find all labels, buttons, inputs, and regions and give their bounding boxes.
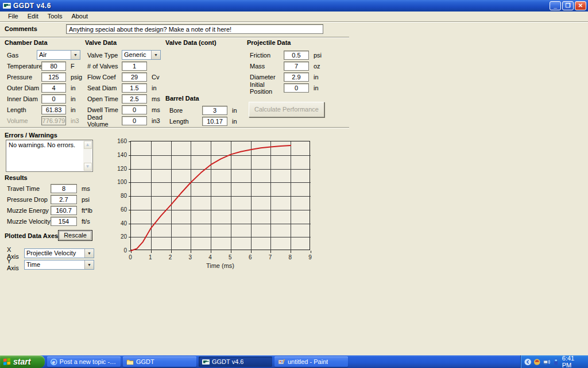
menu-bar: File Edit Tools About <box>0 12 588 21</box>
field-input[interactable]: 0.5 <box>284 51 309 60</box>
field-unit: psi <box>82 196 90 203</box>
errors-scrollbar[interactable]: ▲ ▼ <box>83 141 92 171</box>
chamber-field-row: Temperature80F <box>7 60 82 71</box>
x-tick-label: 9 <box>304 254 316 260</box>
scroll-up-icon[interactable]: ▲ <box>84 141 92 149</box>
projectile-data-header: Projectile Data <box>247 39 291 46</box>
field-input[interactable]: 61.83 <box>41 105 66 114</box>
x-tick <box>191 251 191 253</box>
rescale-button[interactable]: Rescale <box>58 230 92 241</box>
field-input[interactable]: 160.7 <box>51 206 77 215</box>
field-unit: oz <box>314 63 320 70</box>
menu-separator <box>0 21 588 22</box>
app-icon <box>202 358 210 366</box>
chamber-data-header: Chamber Data <box>5 39 48 46</box>
focus-rect <box>60 232 91 239</box>
field-label: Temperature <box>7 63 41 70</box>
taskbar-item-browser[interactable]: e Post a new topic - Wi... <box>47 356 121 367</box>
taskbar-item-ggdt[interactable]: GGDT v4.6 <box>199 356 272 367</box>
menu-tools[interactable]: Tools <box>43 12 67 21</box>
field-input[interactable]: 8 <box>51 184 77 193</box>
y-tick-label: 160 <box>112 138 127 144</box>
calculate-performance-button: Calculate Performance <box>249 102 324 117</box>
minimize-button[interactable]: _ <box>550 1 561 10</box>
field-input[interactable]: 80 <box>41 62 66 71</box>
field-input[interactable]: 2.5 <box>122 94 147 103</box>
field-unit: in3 <box>152 117 160 124</box>
plotted-data-axes-header: Plotted Data Axes <box>5 232 58 239</box>
field-input[interactable]: 3 <box>202 106 227 115</box>
field-unit: ft/s <box>82 218 90 225</box>
taskbar: start e Post a new topic - Wi... GGDT GG… <box>0 355 588 368</box>
y-tick-label: 100 <box>112 179 127 185</box>
restore-button[interactable]: ❐ <box>562 1 574 10</box>
menu-about[interactable]: About <box>67 12 92 21</box>
field-unit: in <box>232 118 237 125</box>
x-tick <box>211 251 211 253</box>
field-input[interactable]: 0 <box>41 94 66 103</box>
field-input[interactable]: 0 <box>284 83 309 93</box>
chevron-down-icon[interactable]: ▼ <box>84 260 94 269</box>
field-input[interactable]: 2.9 <box>284 72 309 82</box>
field-input[interactable]: 154 <box>51 217 77 226</box>
field-input[interactable]: 0 <box>122 116 147 125</box>
chamber-field-row: Pressure125psig <box>7 71 82 82</box>
valve-type-select[interactable]: Generic ▼ <box>122 50 161 60</box>
field-input[interactable]: 1.5 <box>122 83 147 93</box>
field-input[interactable]: 125 <box>41 72 66 82</box>
folder-icon <box>126 358 134 366</box>
paint-icon <box>278 358 285 366</box>
field-input[interactable]: 10.17 <box>202 117 227 126</box>
system-tray: 6:41 PM <box>520 355 588 368</box>
field-input[interactable]: 1 <box>122 62 147 71</box>
tray-app-icon[interactable] <box>552 358 559 366</box>
field-label: Outer Diam <box>7 85 41 91</box>
field-label: Flow Coef <box>87 74 122 80</box>
chevron-down-icon[interactable]: ▼ <box>71 51 80 59</box>
x-axis-select[interactable]: Projectile Velocity ▼ <box>24 248 94 258</box>
chamber-field-row: Inner Diam0in <box>7 93 82 104</box>
field-label: Pressure <box>7 74 41 80</box>
tray-network-icon[interactable] <box>543 358 550 366</box>
y-axis-select[interactable]: Time ▼ <box>24 260 94 270</box>
x-tick-label: 1 <box>145 254 156 260</box>
y-tick-label: 60 <box>112 206 127 213</box>
chevron-down-icon[interactable]: ▼ <box>151 51 160 59</box>
chart-plot-area <box>130 141 310 250</box>
chamber-field-row: Length61.83in <box>7 104 82 115</box>
x-tick-label: 3 <box>184 254 196 260</box>
field-label: Dead Volume <box>87 114 122 128</box>
result-field-row: Pressure Drop2.7psi <box>7 194 92 205</box>
errors-textarea[interactable]: No warnings. No errors. ▲ ▼ <box>6 140 93 172</box>
taskbar-item-paint[interactable]: untitled - Paint <box>274 356 348 367</box>
taskbar-item-folder[interactable]: GGDT <box>123 356 196 367</box>
field-input[interactable]: 2.7 <box>51 195 77 204</box>
tray-collapse-icon[interactable] <box>524 358 531 366</box>
comments-input[interactable]: Anything special about the design? Make … <box>66 24 323 34</box>
start-button[interactable]: start <box>0 355 45 368</box>
gas-select[interactable]: Air ▼ <box>37 50 80 60</box>
tray-shield-icon[interactable] <box>533 358 540 366</box>
field-input[interactable]: 29 <box>122 72 147 82</box>
velocity-curve <box>131 141 311 251</box>
field-input[interactable]: 4 <box>41 83 66 93</box>
scroll-down-icon[interactable]: ▼ <box>84 163 92 171</box>
x-tick-label: 6 <box>245 254 256 260</box>
x-tick <box>311 251 311 253</box>
y-axis-row: Y Axis Time ▼ <box>7 258 94 271</box>
gas-label: Gas <box>7 52 37 59</box>
menu-edit[interactable]: Edit <box>23 12 43 21</box>
field-unit: in <box>314 74 319 80</box>
field-unit: in <box>152 85 157 91</box>
field-label: Dwell Time <box>87 106 122 113</box>
ie-icon: e <box>51 358 57 366</box>
field-input[interactable]: 7 <box>284 62 309 71</box>
projectile-field-row: Friction0.5psi <box>250 49 322 60</box>
field-unit: ms <box>152 95 160 102</box>
chevron-down-icon[interactable]: ▼ <box>84 249 94 258</box>
field-input[interactable]: 0 <box>122 105 147 114</box>
close-button[interactable]: ✕ <box>575 1 586 10</box>
menu-file[interactable]: File <box>3 12 23 21</box>
field-label: Diameter <box>250 74 284 80</box>
field-label: Friction <box>250 52 284 59</box>
